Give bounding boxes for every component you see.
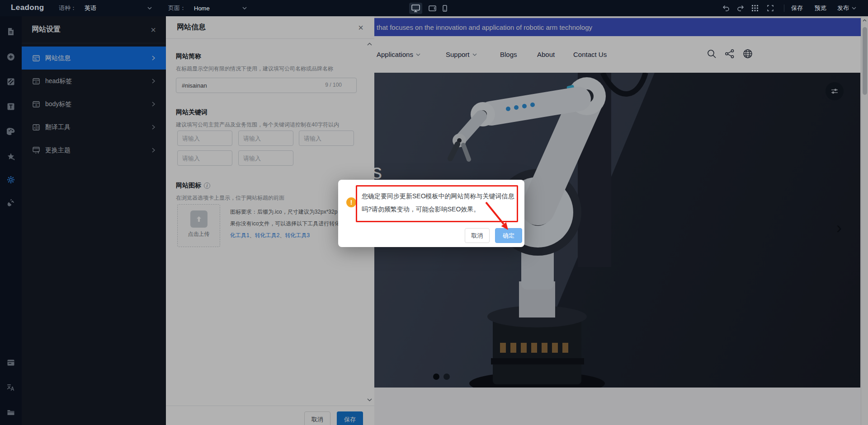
desktop-view-icon[interactable] xyxy=(409,3,422,14)
language-selector[interactable]: 语种： 英语 xyxy=(59,0,96,16)
confirm-message-line2: 吗?请勿频繁变动，可能会影响SEO效果。 xyxy=(362,203,515,216)
publish-button[interactable]: 发布 xyxy=(837,0,856,16)
confirm-message: 您确定要同步更新SEO模板中的网站简称与关键词信息 吗?请勿频繁变动，可能会影响… xyxy=(362,190,515,216)
dialog-confirm-button[interactable]: 确定 xyxy=(495,228,522,243)
warning-icon: ! xyxy=(346,197,356,207)
confirm-message-line1: 您确定要同步更新SEO模板中的网站简称与关键词信息 xyxy=(362,190,515,203)
device-switcher xyxy=(409,0,447,16)
preview-button[interactable]: 预览 xyxy=(815,0,826,16)
mobile-view-icon[interactable] xyxy=(443,5,447,12)
publish-chevron-down-icon xyxy=(852,7,856,9)
language-chevron-down-icon[interactable] xyxy=(147,0,152,16)
save-button[interactable]: 保存 xyxy=(791,0,803,16)
language-value: 英语 xyxy=(85,4,96,12)
topbar-divider xyxy=(784,5,784,12)
page-label: 页面： xyxy=(168,4,186,12)
page-chevron-down-icon[interactable] xyxy=(242,0,247,16)
editor-screen: Leadong 语种： 英语 页面： Home 保存 预览 发布 xyxy=(0,0,868,425)
grid-icon[interactable] xyxy=(752,0,758,16)
fullscreen-icon[interactable] xyxy=(767,0,774,16)
confirm-dialog: ! 您确定要同步更新SEO模板中的网站简称与关键词信息 吗?请勿频繁变动，可能会… xyxy=(338,180,524,247)
app-logo: Leadong xyxy=(11,3,44,12)
language-label: 语种： xyxy=(59,4,76,12)
page-value: Home xyxy=(194,5,210,12)
dialog-cancel-button[interactable]: 取消 xyxy=(465,228,490,243)
tablet-view-icon[interactable] xyxy=(429,5,436,11)
page-selector[interactable]: 页面： Home xyxy=(168,0,210,16)
undo-icon[interactable] xyxy=(722,0,730,16)
redo-icon[interactable] xyxy=(737,0,744,16)
topbar: Leadong 语种： 英语 页面： Home 保存 预览 发布 xyxy=(0,0,868,16)
publish-label: 发布 xyxy=(837,4,849,12)
